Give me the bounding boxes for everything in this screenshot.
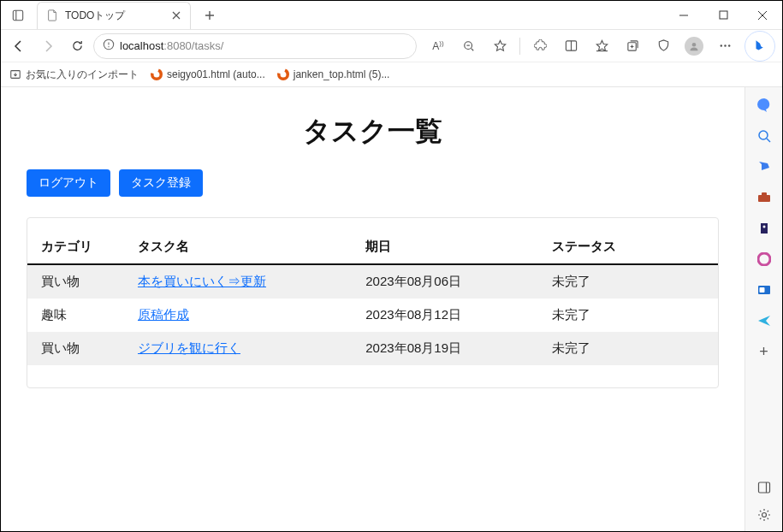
url-rest: :8080/tasks/ [163,39,223,52]
col-status: ステータス [538,230,718,264]
tab-actions-icon[interactable] [6,3,30,27]
new-tab-button[interactable] [198,3,222,27]
cell-category: 買い物 [27,264,124,299]
browser-tab[interactable]: TODOトップ [37,2,191,29]
browser-essentials-icon[interactable] [649,33,678,59]
table-row: 買い物 本を買いにいく⇒更新 2023年08月06日 未完了 [27,264,718,299]
bookmark-label: seigyo01.html (auto... [167,68,265,80]
zoom-icon[interactable] [454,33,483,59]
bookmarks-bar: お気に入りのインポート seigyo01.html (auto... janke… [1,62,782,87]
register-task-button[interactable]: タスク登録 [119,169,203,197]
bookmark-janken[interactable]: janken_top.html (5)... [277,68,390,80]
svg-point-14 [692,42,697,46]
table-header-row: カテゴリ タスク名 期日 ステータス [27,230,718,264]
sb-search-icon[interactable] [756,128,772,144]
bookmark-label: janken_top.html (5)... [294,68,390,80]
sb-outlook-icon[interactable] [756,282,772,298]
tab-strip: TODOトップ [1,1,664,29]
svg-point-19 [152,70,162,80]
refresh-button[interactable] [64,33,90,59]
svg-line-8 [472,48,474,50]
separator [519,38,520,55]
svg-point-21 [759,131,768,139]
svg-rect-23 [758,195,770,202]
svg-rect-0 [13,10,22,20]
svg-rect-29 [758,482,769,493]
url-text: localhost:8080/tasks/ [120,39,223,52]
split-screen-icon[interactable] [556,33,585,59]
svg-point-15 [720,44,721,46]
close-window-button[interactable] [743,1,782,29]
task-table: カテゴリ タスク名 期日 ステータス 買い物 本を買いにいく⇒更新 2023年0… [27,230,718,365]
nav-bar: localhost:8080/tasks/ A)) [1,30,782,62]
task-link[interactable]: ジブリを観に行く [138,340,240,355]
sb-games-icon[interactable] [756,221,772,236]
cell-due: 2023年08月12日 [352,299,538,332]
window-controls [664,1,782,29]
svg-rect-24 [762,192,767,196]
cell-category: 趣味 [27,299,124,332]
bookmark-seigyo[interactable]: seigyo01.html (auto... [151,68,265,80]
task-link[interactable]: 本を買いにいく⇒更新 [138,274,266,288]
sb-chat-icon[interactable] [756,98,772,113]
bookmark-import[interactable]: お気に入りのインポート [9,68,139,82]
html-file-icon [277,68,289,80]
tab-title: TODOトップ [65,9,163,23]
page-title: タスク一覧 [27,113,719,151]
sb-tools-icon[interactable] [756,190,772,205]
button-row: ログアウト タスク登録 [27,169,719,197]
html-file-icon [151,68,163,80]
svg-point-17 [727,44,729,46]
maximize-button[interactable] [703,1,743,29]
cell-status: 未完了 [538,332,718,365]
sb-send-icon[interactable] [756,313,772,328]
collections-icon[interactable] [618,33,647,59]
col-taskname: タスク名 [124,230,352,264]
svg-rect-28 [759,287,764,293]
svg-point-20 [278,70,288,80]
bing-icon[interactable] [744,31,775,62]
cell-category: 買い物 [27,332,124,365]
tab-close-icon[interactable] [169,9,183,22]
svg-rect-25 [761,223,768,233]
table-row: 趣味 原稿作成 2023年08月12日 未完了 [27,299,718,332]
profile-avatar[interactable] [679,33,709,59]
task-link[interactable]: 原稿作成 [138,307,189,322]
svg-point-26 [762,226,765,228]
toolbar-icons: A)) [420,31,777,62]
cell-due: 2023年08月06日 [352,264,538,299]
logout-button[interactable]: ログアウト [27,169,110,197]
extension-icon[interactable] [525,33,555,59]
col-due: 期日 [352,230,538,264]
sb-shopping-icon[interactable] [756,159,772,174]
sb-add-icon[interactable]: + [756,344,772,359]
svg-line-22 [767,139,770,142]
svg-point-31 [762,513,766,517]
cell-status: 未完了 [538,299,718,332]
cell-status: 未完了 [538,264,718,299]
svg-point-16 [724,44,726,46]
svg-rect-3 [720,11,727,19]
url-bar[interactable]: localhost:8080/tasks/ [93,33,417,59]
forward-button[interactable] [35,33,61,59]
page-content: タスク一覧 ログアウト タスク登録 カテゴリ タスク名 期日 ステータス [1,87,744,531]
client-area: タスク一覧 ログアウト タスク登録 カテゴリ タスク名 期日 ステータス [1,87,782,531]
more-icon[interactable] [710,33,739,59]
sb-hide-icon[interactable] [756,480,772,495]
favorite-icon[interactable] [485,33,514,59]
edge-sidebar: + [744,87,782,531]
site-info-icon[interactable] [103,38,115,54]
table-row: 買い物 ジブリを観に行く 2023年08月19日 未完了 [27,332,718,365]
read-aloud-icon[interactable]: A)) [424,33,453,59]
cell-due: 2023年08月19日 [352,332,538,365]
sb-settings-icon[interactable] [756,507,772,523]
sb-office-icon[interactable] [756,251,772,267]
favorites-list-icon[interactable] [587,33,616,59]
page-icon [46,9,58,21]
url-host: localhost [120,39,163,52]
minimize-button[interactable] [664,1,703,29]
window-title-bar: TODOトップ [1,1,782,30]
back-button[interactable] [6,33,32,59]
col-category: カテゴリ [27,230,124,264]
bookmark-label: お気に入りのインポート [26,68,139,82]
